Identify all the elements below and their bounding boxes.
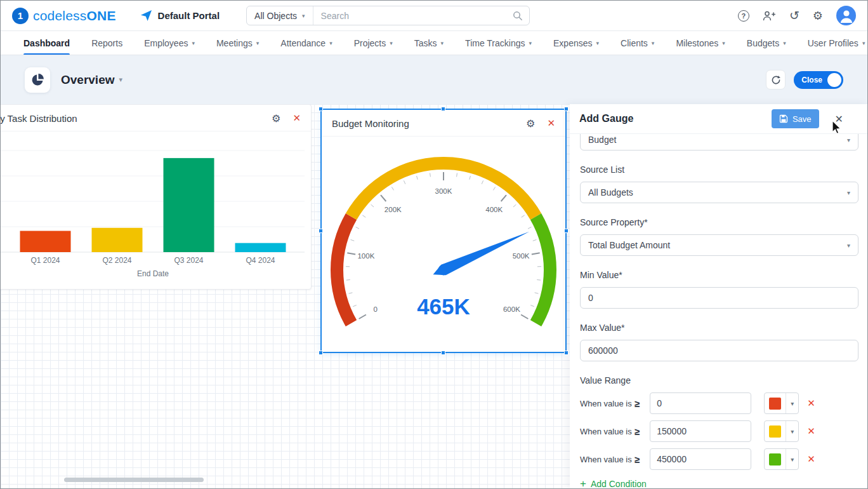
chevron-down-icon: ▾ [847, 137, 850, 144]
tab-label: Time Trackings [465, 38, 525, 48]
condition-operator[interactable]: ≥ [635, 398, 640, 409]
chevron-down-icon: ▾ [783, 40, 786, 46]
search-input[interactable] [313, 11, 513, 21]
condition-value-input[interactable] [650, 448, 751, 470]
svg-text:465K: 465K [417, 294, 470, 319]
user-avatar[interactable] [836, 6, 856, 25]
page-title-text: Overview [61, 73, 115, 87]
source-property-select[interactable]: Total Budget Amount ▾ [580, 234, 858, 256]
widget-remove-icon[interactable]: ✕ [547, 119, 555, 128]
tab-label: Tasks [414, 38, 437, 48]
condition-operator[interactable]: ≥ [635, 426, 640, 437]
tab-label: User Profiles [808, 38, 858, 48]
tab-employees[interactable]: Employees▾ [144, 31, 195, 55]
svg-text:500K: 500K [513, 252, 530, 260]
min-value-input[interactable] [580, 287, 858, 309]
tab-attendance[interactable]: Attendance▾ [280, 31, 332, 55]
remove-condition-button[interactable]: ✕ [807, 425, 815, 437]
svg-text:300K: 300K [435, 187, 452, 195]
default-portal-button[interactable]: Default Portal [140, 10, 220, 22]
svg-text:Q2 2024: Q2 2024 [102, 256, 131, 265]
condition-operator[interactable]: ≥ [635, 454, 640, 465]
page-title[interactable]: Overview ▾ [61, 73, 122, 87]
toggle-knob [827, 73, 841, 87]
tab-budgets[interactable]: Budgets▾ [747, 31, 786, 55]
tab-dashboard[interactable]: Dashboard [23, 31, 70, 55]
page-header: Overview ▾ Close [1, 55, 867, 104]
tab-label: Budgets [747, 38, 779, 48]
tab-user-profiles[interactable]: User Profiles▾ [808, 31, 865, 55]
widget-task-distribution[interactable]: Quarterly Task Distribution ⚙ ✕ Q1 2024Q… [1, 104, 312, 290]
resize-handle[interactable] [319, 229, 323, 233]
tab-clients[interactable]: Clients▾ [621, 31, 654, 55]
condition-prefix-label: When value is [580, 399, 633, 408]
tab-projects[interactable]: Projects▾ [354, 31, 393, 55]
widget-budget-monitoring[interactable]: Budget Monitoring ⚙ ✕ 0100K200K300K400K5… [320, 109, 567, 353]
resize-handle[interactable] [564, 351, 569, 355]
search-icon[interactable] [513, 11, 523, 21]
tab-tasks[interactable]: Tasks▾ [414, 31, 444, 55]
svg-text:Q1 2024: Q1 2024 [30, 256, 60, 265]
tab-milestones[interactable]: Milestones▾ [676, 31, 725, 55]
history-icon[interactable]: ↺ [789, 10, 799, 22]
widget-remove-icon[interactable]: ✕ [293, 114, 301, 123]
color-swatch-dropdown[interactable]: ▾ [764, 420, 799, 442]
panel-top-select[interactable]: Budget ▾ [580, 134, 858, 151]
remove-condition-button[interactable]: ✕ [807, 453, 815, 465]
chevron-down-icon: ▾ [847, 242, 850, 249]
chevron-down-icon: ▾ [390, 40, 393, 46]
remove-condition-button[interactable]: ✕ [807, 398, 815, 409]
source-list-label: Source List [580, 164, 858, 175]
gauge-chart: 0100K200K300K400K500K600K465K [322, 137, 565, 346]
chevron-down-icon: ▾ [722, 40, 725, 46]
close-panel-icon[interactable]: ✕ [835, 113, 843, 125]
tab-label: Meetings [216, 38, 253, 48]
tab-label: Clients [621, 38, 648, 48]
resize-handle[interactable] [441, 351, 445, 355]
app-logo[interactable]: 1 codelessONE [12, 8, 116, 24]
horizontal-scrollbar[interactable] [64, 478, 204, 482]
object-filter-dropdown[interactable]: All Objects ▾ [247, 6, 313, 25]
resize-handle[interactable] [319, 351, 323, 355]
add-condition-button[interactable]: + Add Condition [580, 478, 647, 489]
resize-handle[interactable] [441, 107, 445, 111]
close-toggle[interactable]: Close [794, 71, 843, 89]
tab-time-trackings[interactable]: Time Trackings▾ [465, 31, 532, 55]
resize-handle[interactable] [319, 107, 323, 111]
resize-handle[interactable] [564, 229, 569, 233]
object-filter-value: All Objects [254, 11, 297, 21]
portal-label: Default Portal [158, 10, 220, 21]
tab-reports[interactable]: Reports [91, 31, 122, 55]
source-list-select[interactable]: All Budgets ▾ [580, 182, 858, 203]
widget-settings-icon[interactable]: ⚙ [272, 114, 280, 124]
max-value-input[interactable] [580, 340, 858, 361]
dashboard-type-button[interactable] [25, 67, 50, 93]
svg-text:200K: 200K [385, 206, 402, 213]
value-range-row: When value is ≥ ▾ ✕ [580, 448, 858, 470]
condition-value-input[interactable] [650, 392, 751, 414]
tab-meetings[interactable]: Meetings▾ [216, 31, 259, 55]
tab-label: Dashboard [23, 38, 70, 48]
pie-chart-icon [30, 73, 44, 87]
help-icon[interactable]: ? [738, 10, 749, 22]
chevron-down-icon: ▾ [529, 40, 532, 46]
widget-header: Budget Monitoring ⚙ ✕ [322, 110, 565, 137]
app-window: 1 codelessONE Default Portal All Objects… [0, 0, 868, 489]
save-button[interactable]: Save [772, 109, 819, 128]
color-swatch [769, 398, 781, 410]
color-swatch-dropdown[interactable]: ▾ [764, 448, 799, 470]
condition-value-input[interactable] [650, 420, 751, 442]
widget-settings-icon[interactable]: ⚙ [526, 119, 535, 129]
add-user-icon[interactable] [763, 11, 776, 21]
color-swatch [769, 425, 781, 438]
gear-icon[interactable]: ⚙ [813, 10, 823, 22]
refresh-icon [771, 75, 781, 85]
resize-handle[interactable] [564, 107, 569, 111]
refresh-button[interactable] [766, 70, 786, 90]
dashboard-canvas: Quarterly Task Distribution ⚙ ✕ Q1 2024Q… [1, 104, 570, 489]
chevron-down-icon: ▾ [786, 421, 798, 441]
color-swatch-dropdown[interactable]: ▾ [764, 392, 799, 414]
tab-expenses[interactable]: Expenses▾ [553, 31, 599, 55]
chevron-down-icon: ▾ [192, 40, 195, 46]
add-condition-label: Add Condition [591, 479, 647, 489]
